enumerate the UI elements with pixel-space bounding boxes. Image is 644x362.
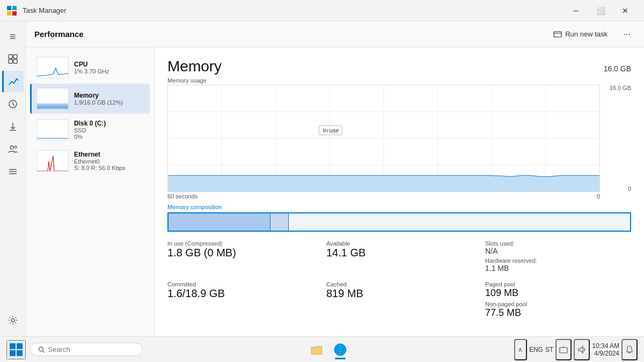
svg-marker-48 — [579, 346, 583, 353]
svg-rect-36 — [10, 350, 16, 356]
committed-stat: Committed 1.6/18.9 GB — [167, 281, 313, 319]
svg-point-10 — [10, 146, 13, 149]
network-icon-button[interactable] — [555, 339, 572, 360]
disk-name: Disk 0 (C:) — [74, 120, 143, 127]
memory-name: Memory — [74, 92, 143, 99]
in-use-value: 1.8 GB (0 MB) — [167, 247, 313, 259]
svg-rect-40 — [311, 347, 322, 354]
svg-point-11 — [14, 146, 16, 148]
app-logo — [6, 5, 17, 16]
available-stat: Available 14.1 GB — [326, 240, 472, 272]
chart-bottom-value: 0 — [604, 186, 631, 192]
more-options-button[interactable]: ··· — [618, 26, 635, 43]
taskbar-app-icons — [143, 339, 514, 360]
in-use-chart-label: In use — [319, 125, 342, 135]
tray-expand-button[interactable]: ∧ — [514, 339, 527, 360]
start-button[interactable] — [6, 340, 26, 359]
volume-icon-button[interactable] — [574, 339, 590, 360]
run-new-task-button[interactable]: Run new task — [547, 27, 614, 42]
window-controls: ─ ⬜ ✕ — [564, 0, 638, 21]
chart-top-value: 16.0 GB — [604, 85, 631, 91]
disk-detail2: 0% — [74, 134, 143, 140]
chart-bottom-row: 60 seconds 0 — [167, 193, 600, 200]
usage-chart-label: Memory usage — [167, 77, 631, 84]
volume-icon — [577, 345, 587, 354]
search-input[interactable] — [48, 345, 135, 353]
system-clock[interactable]: 10:34 AM 4/9/2024 — [592, 342, 619, 357]
perf-list: CPU 1% 3.70 GHz — [26, 47, 155, 336]
cpu-detail: 1% 3.70 GHz — [74, 68, 143, 75]
composition-label: Memory composition — [167, 204, 631, 210]
non-paged-value: 77.5 MB — [485, 307, 631, 319]
section-title: Performance — [34, 29, 547, 39]
cached-value: 819 MB — [326, 287, 472, 300]
svg-rect-35 — [17, 343, 23, 349]
ethernet-item[interactable]: Ethernet Ethernet0 S: 8.0 R: 56.0 Kbps — [30, 146, 150, 176]
svg-rect-21 — [37, 106, 69, 109]
clock-date: 4/9/2024 — [592, 350, 619, 357]
svg-rect-4 — [9, 55, 12, 58]
title-bar: Task Manager ─ ⬜ ✕ — [0, 0, 644, 21]
taskbar-right-tray: ∧ ENG ST 10:34 AM 4/9/2024 — [514, 339, 638, 360]
svg-point-38 — [39, 347, 43, 351]
svg-rect-37 — [17, 350, 23, 356]
comp-available-seg — [289, 213, 630, 231]
processes-button[interactable] — [2, 48, 24, 70]
right-side: Performance Run new task ··· — [26, 21, 644, 336]
committed-label: Committed — [167, 281, 313, 287]
slots-stat: Slots used: N/A Hardware reserved: 1.1 M… — [485, 240, 631, 272]
clock-time: 10:34 AM — [592, 342, 619, 350]
taskbar-app-file-explorer[interactable] — [306, 339, 327, 360]
comp-mid-seg — [270, 213, 288, 231]
cached-stat: Cached 819 MB — [326, 281, 472, 319]
svg-marker-33 — [168, 175, 599, 191]
header-actions: Run new task ··· — [547, 26, 635, 43]
performance-button[interactable] — [2, 71, 24, 92]
hw-reserved-value: 1.1 MB — [485, 264, 631, 272]
close-button[interactable]: ✕ — [613, 0, 638, 21]
header-bar: Performance Run new task ··· — [26, 21, 644, 47]
cpu-name: CPU — [74, 61, 143, 68]
cpu-thumb — [36, 57, 69, 78]
memory-info: Memory 1.9/16.0 GB (12%) — [74, 92, 143, 106]
memory-thumb — [36, 88, 69, 109]
taskbar-app-globe[interactable] — [330, 339, 351, 360]
disk-item[interactable]: Disk 0 (C:) SSD 0% — [30, 115, 150, 145]
taskbar-search[interactable] — [30, 343, 143, 356]
svg-line-39 — [43, 351, 45, 352]
notification-button[interactable] — [621, 339, 638, 360]
run-icon — [553, 30, 562, 39]
cpu-info: CPU 1% 3.70 GHz — [74, 61, 143, 75]
svg-rect-7 — [13, 60, 17, 63]
paged-pool-stat: Paged pool 109 MB Non-paged pool 77.5 MB — [485, 281, 631, 319]
list-and-detail: CPU 1% 3.70 GHz — [26, 47, 644, 336]
composition-bar — [167, 212, 631, 232]
task-manager-window: Task Manager ─ ⬜ ✕ ≡ — [0, 0, 644, 362]
details-button[interactable] — [2, 161, 24, 182]
startup-button[interactable] — [2, 116, 24, 137]
cpu-item[interactable]: CPU 1% 3.70 GHz — [30, 53, 150, 83]
svg-rect-46 — [560, 348, 567, 353]
slots-value: N/A — [485, 247, 631, 255]
memory-total: 16.0 GB — [604, 64, 631, 73]
disk-info: Disk 0 (C:) SSD 0% — [74, 120, 143, 140]
settings-button[interactable] — [2, 309, 24, 331]
memory-item[interactable]: Memory 1.9/16.0 GB (12%) — [30, 84, 150, 114]
maximize-button[interactable]: ⬜ — [588, 0, 613, 21]
comp-in-use-seg — [169, 213, 270, 231]
available-value: 14.1 GB — [326, 247, 472, 259]
svg-point-15 — [11, 319, 14, 322]
minimize-button[interactable]: ─ — [564, 0, 588, 21]
hamburger-menu-button[interactable]: ≡ — [2, 26, 24, 47]
memory-detail: 1.9/16.0 GB (12%) — [74, 99, 143, 106]
memory-title-row: Memory 16.0 GB — [167, 58, 631, 75]
svg-rect-16 — [554, 32, 561, 37]
notification-icon — [625, 345, 634, 354]
history-button[interactable] — [2, 93, 24, 115]
paged-pool-label: Paged pool — [485, 281, 631, 287]
non-paged-label: Non-paged pool — [485, 301, 631, 307]
memory-chart: In use — [167, 85, 600, 192]
users-button[interactable] — [2, 138, 24, 160]
committed-value: 1.6/18.9 GB — [167, 287, 313, 300]
tray-region: ST — [545, 346, 553, 353]
